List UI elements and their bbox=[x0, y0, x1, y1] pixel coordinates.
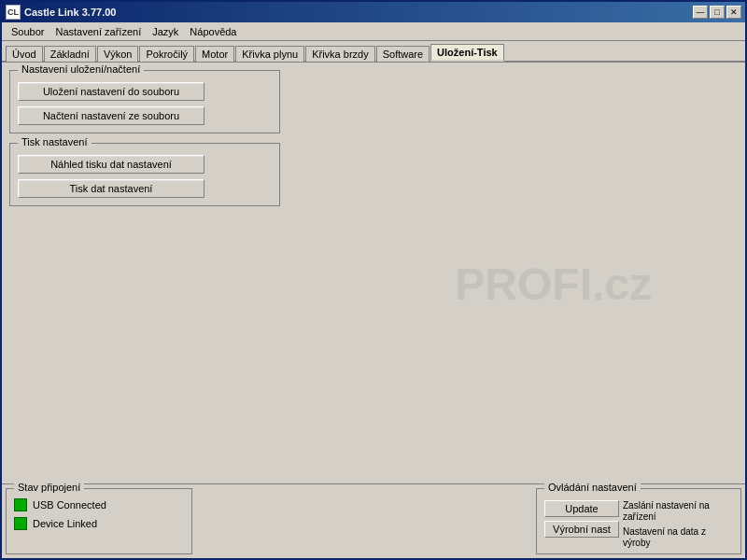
menu-bar: Soubor Nastavení zařízení Jazyk Nápověda bbox=[2, 22, 745, 41]
app-icon: CL bbox=[6, 5, 21, 20]
connection-legend: Stav připojení bbox=[14, 482, 84, 493]
load-settings-button[interactable]: Načtení nastavení ze souboru bbox=[18, 106, 204, 125]
factory-label: Nastavení na data z výroby bbox=[623, 526, 733, 549]
menu-soubor[interactable]: Soubor bbox=[6, 24, 49, 39]
main-content: PROFI.cz Nastavení uložení/načtení Ulože… bbox=[2, 63, 745, 484]
status-bar: Stav připojení USB Connected Device Link… bbox=[2, 483, 745, 558]
close-button[interactable]: ✕ bbox=[726, 6, 741, 19]
usb-status: USB Connected bbox=[14, 498, 184, 511]
window-controls: — □ ✕ bbox=[693, 6, 741, 19]
tab-zakladni[interactable]: Základní bbox=[44, 46, 96, 62]
tab-motor[interactable]: Motor bbox=[195, 46, 234, 62]
tab-pokrocily[interactable]: Pokročilý bbox=[139, 46, 194, 62]
factory-button[interactable]: Výrobní nast bbox=[544, 521, 619, 538]
tab-bar: Úvod Základní Výkon Pokročilý Motor Křiv… bbox=[2, 41, 745, 63]
update-label: Zaslání nastavení na zařízení bbox=[623, 500, 733, 523]
menu-jazyk[interactable]: Jazyk bbox=[147, 24, 184, 39]
print-button[interactable]: Tisk dat nastavení bbox=[18, 179, 204, 198]
menu-nastaveni[interactable]: Nastavení zařízení bbox=[49, 24, 147, 39]
window-title: Castle Link 3.77.00 bbox=[24, 7, 116, 18]
minimize-button[interactable]: — bbox=[693, 6, 708, 19]
save-settings-button[interactable]: Uložení nastavení do souboru bbox=[18, 82, 204, 101]
update-button[interactable]: Update bbox=[544, 500, 619, 517]
print-group: Tisk nastavení Náhled tisku dat nastaven… bbox=[9, 143, 280, 206]
tab-ulozeni-tisk[interactable]: Uložení-Tisk bbox=[430, 44, 504, 62]
tab-vykon[interactable]: Výkon bbox=[97, 46, 139, 62]
menu-napoveda[interactable]: Nápověda bbox=[184, 24, 242, 39]
tab-krivka-plynu[interactable]: Křivka plynu bbox=[235, 46, 304, 62]
controls-group: Ovládání nastavení Update Výrobní nast Z… bbox=[536, 488, 741, 554]
save-group: Nastavení uložení/načtení Uložení nastav… bbox=[9, 70, 280, 133]
controls-legend: Ovládání nastavení bbox=[544, 482, 641, 493]
device-led bbox=[14, 517, 27, 530]
title-bar: CL Castle Link 3.77.00 — □ ✕ bbox=[2, 2, 745, 22]
usb-led bbox=[14, 498, 27, 511]
tab-uvod[interactable]: Úvod bbox=[6, 46, 43, 62]
usb-label: USB Connected bbox=[33, 499, 106, 511]
maximize-button[interactable]: □ bbox=[710, 6, 725, 19]
device-label: Device Linked bbox=[33, 518, 97, 529]
tab-krivka-brzdy[interactable]: Křivka brzdy bbox=[305, 46, 375, 62]
connection-status-group: Stav připojení USB Connected Device Link… bbox=[6, 488, 192, 554]
watermark: PROFI.cz bbox=[455, 259, 652, 310]
device-status: Device Linked bbox=[14, 517, 184, 530]
print-preview-button[interactable]: Náhled tisku dat nastavení bbox=[18, 155, 204, 174]
tab-software[interactable]: Software bbox=[376, 46, 430, 62]
save-group-legend: Nastavení uložení/načtení bbox=[18, 63, 144, 75]
print-group-legend: Tisk nastavení bbox=[18, 136, 92, 147]
